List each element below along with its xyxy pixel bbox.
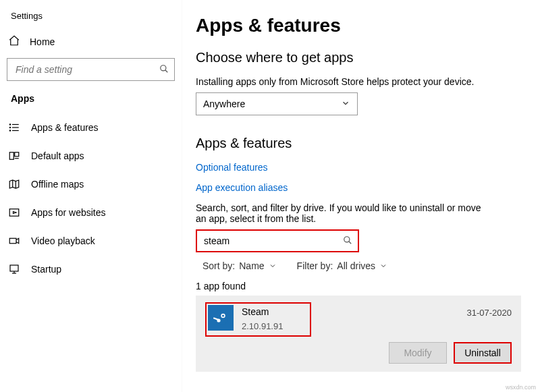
nav-apps-for-websites[interactable]: Apps for websites [7, 198, 175, 227]
search-icon [343, 235, 352, 247]
page-title: Apps & features [196, 15, 521, 36]
svg-line-1 [165, 69, 168, 72]
startup-icon [8, 263, 20, 275]
svg-point-21 [213, 310, 228, 325]
result-count: 1 app found [196, 281, 521, 291]
app-list-item[interactable]: Steam 2.10.91.91 31-07-2020 Modify Unins… [196, 296, 521, 372]
svg-point-5 [9, 124, 11, 125]
nav-startup[interactable]: Startup [7, 255, 175, 283]
window-title: Settings [7, 8, 175, 29]
apps-features-heading: Apps & features [196, 136, 521, 151]
nav-apps-features[interactable]: Apps & features [7, 113, 175, 142]
chevron-down-icon [379, 262, 387, 270]
nav-label: Apps for websites [31, 207, 106, 218]
svg-rect-8 [9, 152, 14, 160]
sort-filter-row: Sort by: Name Filter by: All drives [202, 260, 521, 271]
app-install-date: 31-07-2020 [467, 302, 512, 318]
choose-help-text: Installing apps only from Microsoft Stor… [196, 76, 521, 87]
nav-label: Startup [31, 264, 61, 275]
home-label: Home [30, 36, 55, 47]
app-identity: Steam 2.10.91.91 [205, 302, 311, 337]
nav-offline-maps[interactable]: Offline maps [7, 170, 175, 198]
app-name: Steam [242, 306, 283, 317]
svg-point-23 [222, 314, 224, 316]
svg-rect-15 [9, 238, 16, 244]
app-search-value: steam [204, 235, 230, 246]
nav-label: Apps & features [31, 122, 99, 133]
websites-icon [8, 206, 20, 219]
sidebar: Settings Home Apps Apps & features [0, 0, 182, 392]
chevron-down-icon [341, 99, 350, 110]
svg-rect-16 [10, 265, 18, 271]
find-setting-input[interactable] [14, 63, 159, 76]
svg-point-19 [344, 236, 350, 242]
app-execution-aliases-link[interactable]: App execution aliases [196, 182, 521, 193]
choose-heading: Choose where to get apps [196, 50, 521, 65]
optional-features-link[interactable]: Optional features [196, 162, 521, 173]
home-button[interactable]: Home [7, 29, 175, 58]
nav-label: Offline maps [31, 179, 84, 190]
svg-marker-14 [14, 212, 17, 214]
chevron-down-icon [269, 262, 277, 270]
svg-line-20 [349, 241, 352, 244]
video-icon [8, 235, 20, 247]
sort-by-label: Sort by: [202, 260, 235, 271]
sort-by-control[interactable]: Sort by: Name [202, 260, 277, 271]
find-setting-search[interactable] [7, 58, 175, 81]
filter-by-value: All drives [337, 260, 375, 271]
list-icon [8, 121, 20, 134]
home-icon [8, 34, 20, 49]
main-content: Apps & features Choose where to get apps… [182, 0, 540, 392]
nav-label: Default apps [31, 150, 84, 161]
default-apps-icon [8, 150, 20, 162]
filter-by-control[interactable]: Filter by: All drives [297, 260, 387, 271]
steam-icon [208, 305, 234, 331]
modify-button: Modify [389, 342, 447, 364]
app-search-box[interactable]: steam [196, 229, 359, 252]
filter-by-label: Filter by: [297, 260, 333, 271]
app-version: 2.10.91.91 [242, 321, 283, 331]
svg-point-0 [161, 65, 166, 70]
filter-help-text: Search, sort, and filter by drive. If yo… [196, 202, 493, 224]
nav-label: Video playback [31, 235, 95, 246]
install-source-value: Anywhere [203, 99, 245, 109]
map-icon [8, 178, 20, 190]
nav-video-playback[interactable]: Video playback [7, 227, 175, 255]
attribution: wsxdn.com [506, 384, 536, 391]
uninstall-button[interactable]: Uninstall [454, 342, 512, 364]
category-heading: Apps [7, 93, 175, 113]
search-icon [159, 64, 169, 76]
svg-point-7 [9, 130, 11, 132]
svg-rect-9 [15, 152, 19, 157]
svg-point-6 [9, 127, 11, 128]
install-source-select[interactable]: Anywhere [196, 92, 358, 115]
nav-default-apps[interactable]: Default apps [7, 142, 175, 170]
sort-by-value: Name [239, 260, 264, 271]
